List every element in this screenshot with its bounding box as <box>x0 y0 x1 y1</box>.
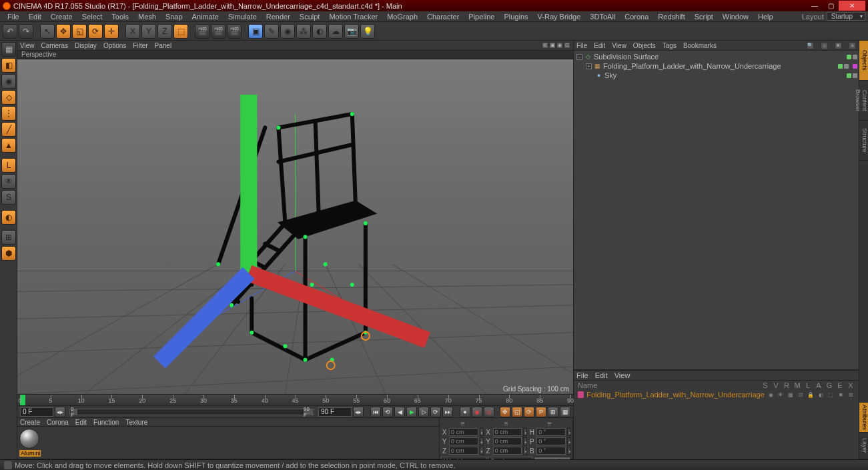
lock-y-button[interactable]: Y <box>141 24 156 39</box>
lock-x-button[interactable]: X <box>125 24 140 39</box>
vp-icon-1[interactable]: ⊞ <box>542 42 548 49</box>
coord-pos-x[interactable]: 0 cm <box>449 428 478 436</box>
tree-object-name[interactable]: Sky <box>604 71 842 79</box>
tree-row[interactable]: - ◇ Subdivision Surface <box>574 52 859 61</box>
tab-content-browser[interactable]: Content Browser <box>859 81 868 121</box>
attrmenu-edit[interactable]: Edit <box>595 371 608 379</box>
tab-structure[interactable]: Structure <box>859 121 868 161</box>
coord-rot-p[interactable]: 0 ° <box>536 437 566 445</box>
attr-layer-row[interactable]: Folding_Platform_Ladder_with_Narrow_Unde… <box>574 390 859 399</box>
workplane-button[interactable]: ◐ <box>1 210 16 225</box>
scale-tool[interactable]: ◱ <box>72 24 87 39</box>
attrmenu-file[interactable]: File <box>576 371 588 379</box>
scale-key-button[interactable]: ◱ <box>512 407 522 417</box>
vpmenu-cameras[interactable]: Cameras <box>41 42 69 49</box>
camera-button[interactable]: 📷 <box>344 24 359 39</box>
viewport-solo-button[interactable]: 👁 <box>1 174 16 189</box>
start-frame-field[interactable]: 0 F <box>20 407 53 417</box>
coord-rot-h[interactable]: 0 ° <box>536 428 566 436</box>
vpmenu-panel[interactable]: Panel <box>155 42 172 49</box>
coord-system-button[interactable]: ⬚ <box>173 24 188 39</box>
attr-lock-icon[interactable]: 🔒 <box>807 391 815 399</box>
pos-key-button[interactable]: ✥ <box>500 407 510 417</box>
range-start-handle[interactable]: 0 F <box>71 409 77 415</box>
matmenu-texture[interactable]: Texture <box>125 419 147 426</box>
attr-expr-icon[interactable]: ✖ <box>837 391 845 399</box>
objmenu-file[interactable]: File <box>576 42 587 49</box>
attr-vis-icon[interactable]: 👁 <box>777 391 785 399</box>
tree-expand-icon[interactable]: + <box>586 63 592 69</box>
model-mode-button[interactable]: ◧ <box>1 58 16 73</box>
obj-search-icon[interactable]: 🔍 <box>807 42 814 49</box>
vpmenu-filter[interactable]: Filter <box>133 42 147 49</box>
menu-edit[interactable]: Edit <box>24 13 46 21</box>
edge-mode-button[interactable]: ╱ <box>1 122 16 137</box>
tree-vis-dot[interactable] <box>853 55 857 59</box>
tree-tag-icon[interactable] <box>853 64 857 69</box>
render-settings-button[interactable]: 🎬 <box>227 24 242 39</box>
point-mode-button[interactable]: ⋮ <box>1 106 16 121</box>
redo-button[interactable]: ↷ <box>19 24 33 39</box>
range-end-handle[interactable]: 90 F <box>304 409 313 415</box>
param-key-button[interactable]: P <box>536 407 546 417</box>
move-tool[interactable]: ✥ <box>56 24 71 39</box>
objmenu-bookmarks[interactable]: Bookmarks <box>683 42 717 49</box>
coord-rot-b[interactable]: 0 ° <box>536 447 566 455</box>
attrmenu-view[interactable]: View <box>614 371 630 379</box>
planar-workplane-button[interactable]: ⬢ <box>1 246 16 261</box>
cube-primitive-button[interactable]: ▣ <box>248 24 263 39</box>
attr-gen-icon[interactable]: ⬚ <box>827 391 835 399</box>
record-button[interactable]: ● <box>460 407 470 417</box>
tree-row[interactable]: ● Sky <box>574 71 859 80</box>
polygon-mode-button[interactable]: ▲ <box>1 138 16 153</box>
attr-xref-icon[interactable]: ⊞ <box>847 391 855 399</box>
subdiv-button[interactable]: ◉ <box>280 24 295 39</box>
menu-sculpt[interactable]: Sculpt <box>295 13 325 21</box>
viewport-3d[interactable]: Grid Spacing : 100 cm <box>17 59 573 394</box>
autokey-button[interactable]: ◉ <box>472 407 482 417</box>
menu-render[interactable]: Render <box>262 13 295 21</box>
matmenu-corona[interactable]: Corona <box>47 419 69 426</box>
close-button[interactable]: ✕ <box>839 1 865 11</box>
coord-pos-z[interactable]: 0 cm <box>449 447 478 455</box>
matmenu-create[interactable]: Create <box>20 419 40 426</box>
attr-object-name[interactable]: Folding_Platform_Ladder_with_Narrow_Unde… <box>586 391 765 399</box>
make-editable-button[interactable]: ▦ <box>1 42 16 57</box>
menu-plugins[interactable]: Plugins <box>499 13 532 21</box>
goto-start-button[interactable]: ⏮ <box>370 407 381 417</box>
objmenu-view[interactable]: View <box>612 42 626 49</box>
locked-workplane-button[interactable]: ⊞ <box>1 230 16 245</box>
menu-animate[interactable]: Animate <box>187 13 224 21</box>
menu-mograph[interactable]: MoGraph <box>382 13 422 21</box>
prev-frame-button[interactable]: ◀ <box>394 407 405 417</box>
material-item[interactable]: Aluminii <box>19 429 41 457</box>
time-range-slider[interactable]: 0 F 90 F <box>69 409 314 415</box>
attr-solo-icon[interactable]: ◉ <box>767 391 775 399</box>
vp-icon-3[interactable]: ◉ <box>556 42 563 49</box>
end-frame-spin[interactable]: ◂▸ <box>353 407 364 417</box>
objmenu-tags[interactable]: Tags <box>663 42 677 49</box>
undo-button[interactable]: ↶ <box>3 24 17 39</box>
environment-button[interactable]: ☁ <box>328 24 343 39</box>
menu-3dtoall[interactable]: 3DToAll <box>585 13 620 21</box>
menu-file[interactable]: File <box>3 13 24 21</box>
layer-color-swatch[interactable] <box>578 391 584 398</box>
layout-dropdown[interactable]: Startup <box>827 12 865 21</box>
light-button[interactable]: 💡 <box>360 24 375 39</box>
snap-button[interactable]: S <box>1 190 16 205</box>
tree-object-name[interactable]: Subdivision Surface <box>594 53 842 61</box>
menu-v-ray-bridge[interactable]: V-Ray Bridge <box>533 13 586 21</box>
lock-z-button[interactable]: Z <box>157 24 172 39</box>
render-pv-button[interactable]: 🎬 <box>211 24 226 39</box>
timeline-ruler[interactable]: 051015202530354045505560657075808590 <box>17 394 573 406</box>
tree-vis-dot[interactable] <box>844 64 849 69</box>
next-key-button[interactable]: ⟳ <box>430 407 441 417</box>
menu-redshift[interactable]: Redshift <box>653 13 689 21</box>
coord-size-x[interactable]: 0 cm <box>493 428 522 436</box>
menu-snap[interactable]: Snap <box>161 13 187 21</box>
menu-create[interactable]: Create <box>46 13 77 21</box>
coord-size-y[interactable]: 0 cm <box>493 437 522 445</box>
obj-view-icon[interactable]: 👁 <box>835 42 842 49</box>
menu-help[interactable]: Help <box>753 13 778 21</box>
menu-mesh[interactable]: Mesh <box>133 13 161 21</box>
